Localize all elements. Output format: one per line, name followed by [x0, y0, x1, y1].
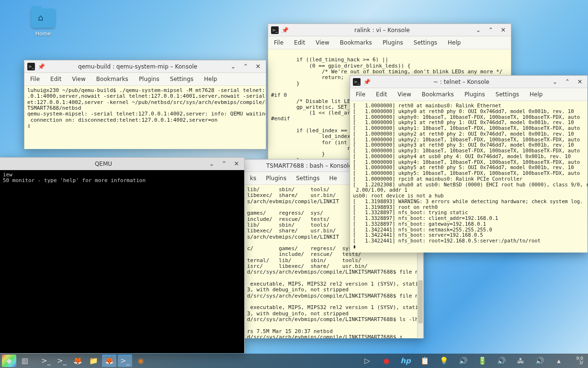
window-qemu-monitor[interactable]: QEMU ⌄ ⌃ ✕ iew 50 monitor - type 'help' … — [0, 157, 245, 353]
menu-plugins[interactable]: Plugins — [139, 76, 159, 82]
taskbar-terminal-active[interactable]: >_ — [118, 355, 132, 367]
menubar: File Edit View Bookmarks Plugins Setting… — [350, 88, 588, 101]
taskbar-firefox-active[interactable]: 🦊 — [102, 355, 116, 367]
menu-edit[interactable]: Edit — [294, 39, 305, 46]
menu-frag-he[interactable]: He — [329, 175, 337, 182]
menubar: File Edit View Bookmarks Plugins Setting… — [268, 36, 511, 49]
menu-plugins[interactable]: Plugins — [266, 175, 286, 182]
menu-help[interactable]: Help — [530, 91, 543, 98]
scrollbar-thumb[interactable] — [418, 280, 423, 323]
taskbar-qemu[interactable]: ◉ — [134, 355, 148, 367]
minimize-button[interactable]: ⌄ — [228, 62, 238, 71]
window-telnet[interactable]: >_ 📌 ~ : telnet – Konsole ⌄ ⌃ ✕ File Edi… — [350, 75, 588, 253]
titlebar[interactable]: >_ 📌 ralink : vi – Konsole ⌄ ⌃ ✕ — [268, 24, 511, 36]
desktop-home-label: Home — [26, 31, 60, 37]
minimize-button[interactable]: ⌄ — [550, 77, 560, 87]
menu-edit[interactable]: Edit — [50, 76, 61, 82]
tray-network-icon[interactable]: 🖧 — [513, 355, 528, 367]
close-button[interactable]: ✕ — [232, 159, 241, 169]
titlebar[interactable]: QEMU ⌄ ⌃ ✕ — [0, 158, 244, 170]
menu-file[interactable]: File — [274, 39, 283, 46]
titlebar[interactable]: >_ 📌 ~ : telnet – Konsole ⌄ ⌃ ✕ — [350, 76, 588, 88]
window-qemu-build[interactable]: >_ 📌 qemu-build : qemu-system-mip – Kons… — [24, 60, 266, 149]
taskbar-firefox[interactable]: 🦊 — [70, 355, 85, 367]
taskbar-terminal-2[interactable]: >_ — [55, 355, 69, 367]
taskbar-terminal-1[interactable]: >_ — [39, 355, 53, 367]
menu-view[interactable]: View — [316, 39, 329, 46]
tray-bulb-icon[interactable]: 💡 — [437, 355, 451, 367]
pin-icon[interactable]: 📌 — [282, 27, 289, 34]
tray-media-icon[interactable]: ▷ — [360, 355, 374, 367]
window-title: qemu-build : qemu-system-mip – Konsole — [50, 63, 226, 70]
terminal-output[interactable]: luhui@x230 ~/pub/qemu-build$ ./qemu-syst… — [24, 86, 266, 149]
minimize-button[interactable]: ⌄ — [207, 159, 216, 169]
menu-frag-ks[interactable]: ks — [250, 175, 256, 182]
tray-clipboard-icon[interactable]: 📋 — [418, 355, 432, 367]
close-button[interactable]: ✕ — [253, 62, 263, 71]
maximize-button[interactable]: ⌃ — [241, 62, 250, 71]
close-button[interactable]: ✕ — [498, 25, 508, 35]
terminal-output[interactable]: [ 1.0000000] reth0 at mainbus0: Ralink E… — [350, 101, 588, 253]
pin-icon[interactable]: 📌 — [38, 63, 45, 70]
taskbar-pager[interactable]: ▥ — [18, 355, 32, 367]
desktop-home-icon[interactable]: ⌂ Home — [26, 9, 60, 37]
taskbar-app-launcher[interactable]: ◆ — [2, 355, 16, 367]
tray-battery-icon[interactable]: 🔋 — [475, 355, 489, 367]
minimize-button[interactable]: ⌄ — [474, 25, 483, 35]
taskbar-files[interactable]: 📁 — [86, 355, 101, 367]
menu-settings[interactable]: Settings — [170, 76, 193, 82]
clock-date: 3/ — [571, 361, 583, 365]
menu-edit[interactable]: Edit — [376, 91, 387, 98]
menu-file[interactable]: File — [356, 91, 365, 98]
terminal-icon: >_ — [27, 63, 35, 70]
menu-bookmarks[interactable]: Bookmarks — [340, 39, 372, 46]
menu-settings[interactable]: Settings — [496, 91, 519, 98]
menu-plugins[interactable]: Plugins — [383, 39, 403, 46]
taskbar: ◆ ▥ >_ >_ 🦊 📁 🦊 >_ ◉ ▷ ● hp 📋 💡 🔊 🔋 🔊 🖧 … — [0, 354, 588, 368]
maximize-button[interactable]: ⌃ — [563, 77, 572, 87]
menu-help[interactable]: Help — [204, 76, 217, 82]
folder-icon: ⌂ — [31, 9, 55, 28]
close-button[interactable]: ✕ — [575, 77, 585, 87]
tray-volume-icon-3[interactable]: 🔊 — [532, 355, 547, 367]
terminal-icon: >_ — [353, 78, 361, 86]
maximize-button[interactable]: ⌃ — [219, 159, 229, 169]
terminal-output[interactable]: iew 50 monitor - type 'help' for more in… — [0, 170, 244, 353]
maximize-button[interactable]: ⌃ — [486, 25, 496, 35]
menu-plugins[interactable]: Plugins — [464, 91, 485, 98]
menu-view[interactable]: View — [72, 76, 85, 82]
system-tray: ▷ ● hp 📋 💡 🔊 🔋 🔊 🖧 🔊 ▴ 9:0 3/ — [360, 355, 586, 367]
tray-clock[interactable]: 9:0 3/ — [571, 356, 583, 365]
menu-bookmarks[interactable]: Bookmarks — [96, 76, 128, 82]
menu-settings[interactable]: Settings — [296, 175, 319, 182]
window-title: QEMU — [3, 161, 204, 167]
tray-volume-icon-1[interactable]: 🔊 — [456, 355, 470, 367]
tray-record-icon[interactable]: ● — [379, 355, 394, 367]
window-title: ralink : vi – Konsole — [294, 27, 471, 34]
tray-hp-icon[interactable]: hp — [398, 355, 413, 367]
titlebar[interactable]: >_ 📌 qemu-build : qemu-system-mip – Kons… — [24, 60, 266, 73]
tray-chevron-up-icon[interactable]: ▴ — [552, 355, 566, 367]
window-title: ~ : telnet – Konsole — [375, 79, 547, 85]
menu-settings[interactable]: Settings — [414, 39, 437, 46]
menu-bookmarks[interactable]: Bookmarks — [422, 91, 454, 98]
terminal-icon: >_ — [271, 26, 279, 34]
tray-volume-icon-2[interactable]: 🔊 — [494, 355, 509, 367]
menu-file[interactable]: File — [30, 76, 40, 82]
menubar: File Edit View Bookmarks Plugins Setting… — [24, 73, 266, 86]
menu-help[interactable]: Help — [448, 39, 461, 46]
pin-icon[interactable]: 📌 — [363, 79, 371, 85]
menu-view[interactable]: View — [397, 91, 411, 98]
